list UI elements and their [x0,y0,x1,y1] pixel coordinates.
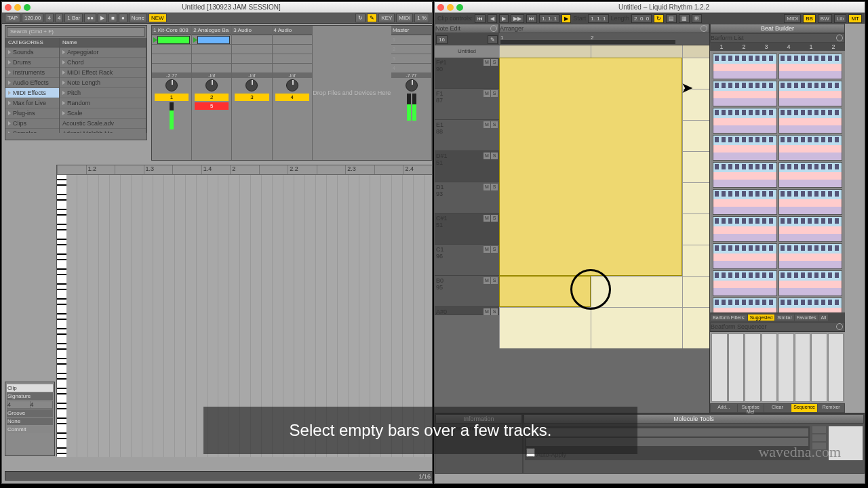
groove-val[interactable]: None [7,418,53,425]
barform-item[interactable] [778,189,843,215]
barform-item[interactable] [778,243,843,269]
filter-favorites[interactable]: Favorites [795,314,818,321]
clip-slot[interactable] [152,64,191,73]
mute-button[interactable]: M [484,59,490,66]
solo-button[interactable]: S [491,184,498,190]
barform-item[interactable] [713,270,777,296]
seq-grid[interactable] [710,332,845,403]
mute-button[interactable]: M [484,246,490,253]
track-4[interactable]: 4 Audio -Inf 4 [273,26,313,160]
ne-val[interactable]: 16 [436,35,448,44]
track-label-c#1[interactable]: C#151MS [435,214,499,245]
clip-slot[interactable] [273,54,312,64]
clip-slot[interactable] [192,35,231,45]
bw-button[interactable]: BW [818,14,832,23]
loop-button[interactable]: ↻ [654,14,664,23]
barform-item[interactable] [713,298,777,312]
item-arpeggiator[interactable]: Arpeggiator [60,47,146,58]
track-3[interactable]: 3 Audio -Inf 3 [232,26,272,160]
seq-cell[interactable] [745,333,761,402]
seq-cell[interactable] [811,333,827,402]
track-label-b0[interactable]: B095MS [435,276,499,307]
start-field[interactable]: 1. 1. 1 [588,14,608,23]
barform-item[interactable] [778,135,843,161]
solo-button[interactable]: S [491,90,498,97]
scene-slot[interactable]: 1 [391,35,431,45]
mute-button[interactable]: M [484,308,490,315]
cat-instruments[interactable]: Instruments [5,68,59,78]
view1-button[interactable]: ▤ [666,14,677,23]
minimize-icon[interactable] [14,4,21,11]
track-label-d1[interactable]: D193MS [435,182,499,214]
solo-button[interactable]: S [491,152,498,159]
item-random[interactable]: Random [60,98,146,108]
remixer-button[interactable]: Remixer [818,404,844,412]
sequence-button[interactable]: Sequence [791,404,818,412]
track-num[interactable]: 1 [155,94,189,101]
barform-item[interactable] [713,162,777,188]
track-3-header[interactable]: 3 Audio [232,26,271,35]
timeline-ruler[interactable]: 1.21.31.422.22.32.4 [57,165,432,175]
mute-button[interactable]: M [484,90,490,97]
drop-area[interactable]: Drop Files and Devices Here [313,26,391,160]
master-track[interactable]: Master 1 2 3 4 -7.77 [391,26,432,160]
cat-audiofx[interactable]: Audio Effects [5,78,59,88]
clip-slot[interactable] [232,35,271,45]
solo-button[interactable]: S [491,59,498,66]
bb-button[interactable]: BB [803,14,816,23]
gear-icon[interactable] [836,323,843,330]
lib-button[interactable]: Lib [834,14,847,23]
barform-item[interactable] [713,81,777,106]
barform-item[interactable] [778,108,843,134]
clip-slot[interactable] [192,54,231,64]
barform-item[interactable] [778,81,843,106]
track-label-a#0[interactable]: A#0MS [435,307,499,315]
item-scale[interactable]: Scale [60,108,146,119]
arranger-ruler[interactable]: 1 2 [499,33,709,45]
master-pan[interactable] [406,79,418,92]
track-label-f1[interactable]: F187MS [435,89,499,120]
solo-button[interactable]: S [491,308,498,315]
clip-slot[interactable] [273,64,312,73]
midi-button[interactable]: MIDI [784,14,801,23]
none-dropdown[interactable]: None [129,14,147,22]
mt-button[interactable]: MT [848,14,862,23]
clip-slot[interactable] [273,45,312,54]
barform-item[interactable] [713,54,777,79]
view3-button[interactable]: ⊞ [692,14,702,23]
track-label-d#1[interactable]: D#151MS [435,151,499,182]
mute-button[interactable]: M [484,277,490,284]
barform-item[interactable] [778,54,843,79]
rewind-button[interactable]: ⏮ [475,14,486,23]
piano-keys[interactable] [57,175,66,457]
clip-slot[interactable] [192,45,231,54]
item-acoustic[interactable]: Acoustic Scale.adv [60,119,146,129]
clip-slot[interactable] [232,54,271,64]
item-chord[interactable]: Chord [60,58,146,68]
gear-icon[interactable] [490,25,497,32]
cat-sounds[interactable]: Sounds [5,47,59,58]
toggle-button[interactable] [812,434,826,441]
item-adonai[interactable]: Adonai Malakh Mo.. [60,129,146,133]
cat-midifx[interactable]: MIDI Effects [5,88,59,98]
end-button[interactable]: ⏭ [526,14,537,23]
clip-slot[interactable] [232,45,271,54]
add-button[interactable]: Add... [711,404,737,412]
seq-cell[interactable] [711,333,728,402]
view2-button[interactable]: ▦ [679,14,690,23]
commit-button[interactable]: Commit [7,426,53,433]
browser-search[interactable]: Search (Cmd + F) [7,27,145,37]
barform-item[interactable] [713,189,777,215]
maximize-icon[interactable] [24,4,31,11]
track-2[interactable]: 2 Analogue Ba -Inf 2 5 [192,26,232,160]
seq-cell[interactable] [795,333,811,402]
scene-slot[interactable]: 4 [391,64,431,73]
tap-button[interactable]: TAP [5,14,20,22]
gear-icon[interactable] [701,25,707,32]
sig-n[interactable]: 4 [7,401,30,408]
close-icon[interactable] [5,4,12,11]
clip-slot[interactable] [273,35,312,45]
barform-item[interactable] [778,270,843,296]
pos-field[interactable]: 1. 1. 1 [539,14,559,23]
arranger-grid[interactable]: ➤ [499,45,709,348]
